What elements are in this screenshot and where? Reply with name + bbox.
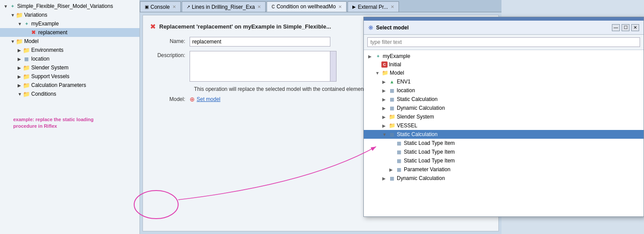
panel-title-text: Replacement 'replacement' on myExample i… xyxy=(159,23,331,30)
filter-area xyxy=(364,35,644,50)
name-input[interactable] xyxy=(190,37,330,47)
dialog-tree-item-d-model[interactable]: ▼📁Model xyxy=(364,68,644,77)
tab-console[interactable]: ▣Console✕ xyxy=(140,1,181,12)
dialog-title-left: ❋ Select model xyxy=(368,24,409,31)
set-model-link[interactable]: Set model xyxy=(197,96,220,102)
model-label: Model: xyxy=(150,96,190,102)
select-model-dialog: ❋ Select model — ☐ ✕ ▶✦myExampleCInitial… xyxy=(363,17,644,217)
dialog-tree-item-d-staticLoad1[interactable]: ▦Static Load Type Item xyxy=(364,139,644,148)
tab-drilling[interactable]: ↗Lines in Drilling_Riser_Exa✕ xyxy=(182,1,266,12)
error-icon: ✖ xyxy=(150,22,156,31)
dialog-tree-item-d-dynamicCalc1[interactable]: ▶▦Dynamic Calculation xyxy=(364,104,644,112)
tree-item-variations[interactable]: ▼📁Variations xyxy=(0,11,139,19)
dialog-titlebar: ❋ Select model — ☐ ✕ xyxy=(364,21,644,35)
model-arrow-indicator: ⊕ xyxy=(190,96,195,103)
dialog-tree-item-d-staticCalc1[interactable]: ▶▦Static Calculation xyxy=(364,95,644,104)
close-button[interactable]: ✕ xyxy=(631,24,639,31)
dialog-tree-item-d-staticLoad2[interactable]: ▦Static Load Type Item xyxy=(364,148,644,156)
maximize-button[interactable]: ☐ xyxy=(622,24,629,31)
dialog-top-bar xyxy=(364,17,644,21)
filter-input[interactable] xyxy=(367,37,640,47)
dialog-titlebar-btns: — ☐ ✕ xyxy=(612,24,639,31)
tree-item-replacement[interactable]: ✖replacement xyxy=(0,28,139,37)
tree-item-supportVessels[interactable]: ▶📁Support Vessels xyxy=(0,72,139,81)
tree-item-slenderSystem[interactable]: ▶📁Slender System xyxy=(0,63,139,72)
dialog-tree-item-d-myExample[interactable]: ▶✦myExample xyxy=(364,52,644,61)
tab-condition[interactable]: CCondition on wellheadMo✕ xyxy=(267,1,347,12)
project-tree: ▼✦Simple_Flexible_Riser_Model_Variations… xyxy=(0,0,139,100)
tree-item-environments[interactable]: ▶📁Environments xyxy=(0,46,139,54)
tab-external[interactable]: ▶External Pr...✕ xyxy=(348,1,399,12)
name-label: Name: xyxy=(150,37,190,44)
minimize-button[interactable]: — xyxy=(612,24,620,31)
dialog-title-text: Select model xyxy=(376,25,409,31)
dialog-tree-item-d-staticLoad3[interactable]: ▦Static Load Type Item xyxy=(364,156,644,165)
tree-item-conditions[interactable]: ▼📁Conditions xyxy=(0,90,139,98)
description-label: Description: xyxy=(150,51,190,58)
dialog-tree[interactable]: ▶✦myExampleCInitial▼📁Model▶▲ENV1▶▦locati… xyxy=(364,50,644,216)
tab-bar: ▣Console✕↗Lines in Drilling_Riser_Exa✕CC… xyxy=(140,0,501,12)
description-textarea[interactable] xyxy=(190,51,330,82)
dialog-tree-item-d-location[interactable]: ▶▦location xyxy=(364,86,644,95)
dialog-tree-item-d-env1[interactable]: ▶▲ENV1 xyxy=(364,77,644,86)
left-panel: ▼✦Simple_Flexible_Riser_Model_Variations… xyxy=(0,0,140,234)
dialog-tree-item-d-vessel[interactable]: ▶📁VESSEL xyxy=(364,121,644,130)
tree-item-root[interactable]: ▼✦Simple_Flexible_Riser_Model_Variations xyxy=(0,2,139,11)
example-hint: example: replace the static loading proc… xyxy=(13,116,101,130)
tree-item-myExample[interactable]: ▼✦myExample xyxy=(0,19,139,28)
tree-item-location[interactable]: ▶▦location xyxy=(0,54,139,63)
dialog-tree-item-d-initial[interactable]: CInitial xyxy=(364,61,644,68)
dialog-tree-item-d-dynamicCalc2[interactable]: ▶▦Dynamic Calculation xyxy=(364,174,644,183)
description-wrap xyxy=(190,51,330,82)
scrollbar xyxy=(330,51,337,82)
dialog-tree-item-d-staticCalc2[interactable]: ▼▦Static Calculation xyxy=(364,130,644,139)
dialog-tree-item-d-paramVar[interactable]: ▶▦Parameter Variation xyxy=(364,165,644,174)
tree-item-calcParams[interactable]: ▶📁Calculation Parameters xyxy=(0,81,139,90)
tree-item-model[interactable]: ▼📁Model xyxy=(0,37,139,46)
dialog-title-icon: ❋ xyxy=(368,24,373,31)
dialog-tree-item-d-slender[interactable]: ▶📁Slender System xyxy=(364,112,644,121)
